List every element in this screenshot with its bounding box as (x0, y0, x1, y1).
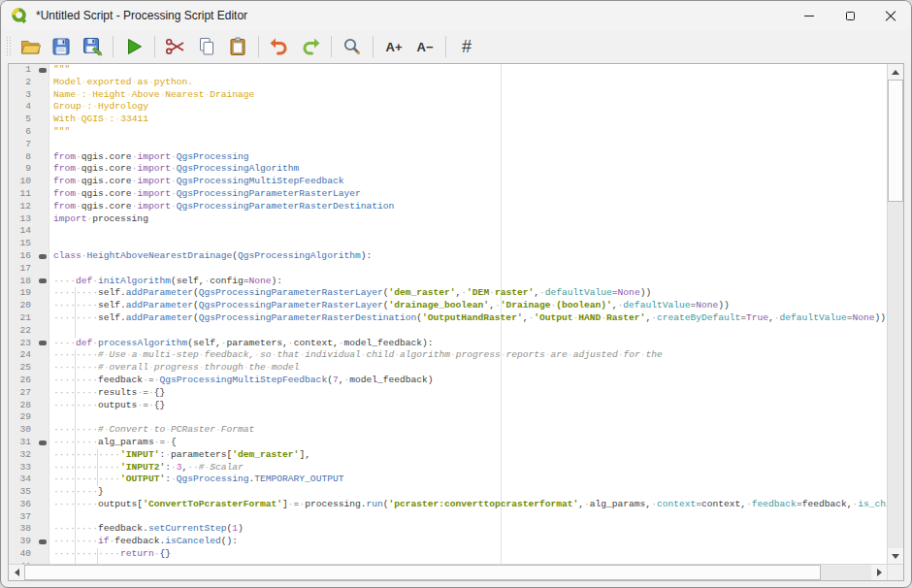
vertical-scroll-track[interactable] (888, 80, 903, 548)
code-text[interactable]: ········self.addParameter(QgsProcessingP… (49, 287, 887, 300)
fold-collapse-icon[interactable] (39, 539, 47, 544)
save-script-as-button[interactable] (78, 33, 107, 60)
code-line[interactable]: 31········alg_params·=·{ (9, 437, 887, 449)
code-line[interactable]: 11from·qgis.core·import·QgsProcessingPar… (9, 188, 887, 201)
code-text[interactable]: ········feedback·=·QgsProcessingMultiSte… (49, 375, 887, 387)
fold-margin[interactable] (36, 64, 49, 77)
fold-collapse-icon[interactable] (39, 441, 47, 445)
code-line[interactable]: 37 (9, 511, 887, 524)
code-line[interactable]: 38········feedback.setCurrentStep(1) (9, 523, 887, 536)
code-text[interactable]: import·processing (49, 213, 887, 226)
code-line[interactable]: 16class·HeightAboveNearestDrainage(QgsPr… (9, 250, 887, 263)
code-line[interactable]: 14 (9, 225, 887, 238)
code-text[interactable]: With·QGIS·:·33411 (49, 114, 887, 126)
code-line[interactable]: 34············'OUTPUT':·QgsProcessing.TE… (9, 474, 887, 486)
run-script-button[interactable] (119, 33, 148, 60)
code-line[interactable]: 18····def·initAlgorithm(self,·config=Non… (9, 276, 887, 288)
code-text[interactable]: Name·:·Height·Above·Nearest·Drainage (49, 89, 887, 102)
horizontal-scrollbar[interactable] (9, 565, 887, 580)
code-line[interactable]: 25········#·overall·progress·through·the… (9, 362, 887, 375)
code-text[interactable]: ········#·Use·a·multi-step·feedback,·so·… (49, 349, 887, 362)
code-line[interactable]: 35········} (9, 486, 887, 499)
code-line[interactable]: 10from·qgis.core·import·QgsProcessingMul… (9, 176, 887, 188)
qgis-app-icon[interactable] (11, 7, 28, 24)
code-line[interactable]: 26········feedback·=·QgsProcessingMultiS… (9, 375, 887, 387)
cut-button[interactable] (161, 33, 190, 60)
code-text[interactable] (49, 238, 887, 250)
code-line[interactable]: 4Group·:·Hydrology (9, 101, 887, 114)
fold-collapse-icon[interactable] (39, 341, 47, 345)
code-text[interactable] (49, 225, 887, 238)
code-line[interactable]: 1""" (9, 64, 887, 77)
scroll-up-button[interactable] (888, 64, 903, 80)
vertical-scrollbar[interactable] (887, 64, 903, 564)
minimize-button[interactable] (789, 1, 830, 30)
fold-margin[interactable] (36, 276, 49, 288)
save-script-button[interactable] (47, 33, 76, 60)
code-line[interactable]: 28········outputs·=·{} (9, 400, 887, 412)
code-text[interactable] (49, 263, 887, 276)
code-line[interactable]: 24········#·Use·a·multi-step·feedback,·s… (9, 349, 887, 362)
scroll-right-button[interactable] (871, 565, 887, 580)
code-line[interactable]: 7 (9, 139, 887, 151)
code-text[interactable]: ········if·feedback.isCanceled(): (49, 536, 887, 548)
code-text[interactable] (49, 511, 887, 524)
code-text[interactable]: """ (49, 64, 887, 77)
code-text[interactable]: from·qgis.core·import·QgsProcessingAlgor… (49, 163, 887, 176)
code-text[interactable]: from·qgis.core·import·QgsProcessingMulti… (49, 176, 887, 188)
code-line[interactable]: 36········outputs['ConvertToPcrasterForm… (9, 499, 887, 511)
code-line[interactable]: 5With·QGIS·:·33411 (9, 114, 887, 126)
vertical-scrollbar-thumb[interactable] (888, 80, 903, 202)
code-text[interactable]: ············'INPUT2':·3,··#·Scalar (49, 462, 887, 474)
fold-collapse-icon[interactable] (39, 254, 47, 259)
fold-collapse-icon[interactable] (39, 278, 47, 283)
horizontal-scrollbar-thumb[interactable] (24, 565, 821, 580)
increase-font-size-button[interactable]: A+ (379, 33, 408, 60)
code-line[interactable]: 8from·qgis.core·import·QgsProcessing (9, 151, 887, 164)
code-text[interactable]: class·HeightAboveNearestDrainage(QgsProc… (49, 250, 887, 263)
scroll-down-button[interactable] (888, 548, 903, 564)
code-line[interactable]: 19········self.addParameter(QgsProcessin… (9, 287, 887, 300)
code-line[interactable]: 2Model·exported·as·python. (9, 77, 887, 89)
code-line[interactable]: 29 (9, 411, 887, 424)
toggle-comment-button[interactable]: # (452, 33, 481, 60)
paste-button[interactable] (223, 33, 252, 60)
code-text[interactable]: ············return·{} (49, 548, 887, 561)
code-line[interactable]: 6""" (9, 126, 887, 139)
code-text[interactable]: Model·exported·as·python. (49, 77, 887, 89)
code-text[interactable]: from·qgis.core·import·QgsProcessingParam… (49, 201, 887, 213)
fold-margin[interactable] (36, 536, 49, 548)
toolbar-drag-handle[interactable] (6, 36, 11, 57)
copy-button[interactable] (192, 33, 221, 60)
code-text[interactable]: ····def·initAlgorithm(self,·config=None)… (49, 276, 887, 288)
code-text[interactable]: from·qgis.core·import·QgsProcessingParam… (49, 188, 887, 201)
code-text[interactable]: """ (49, 126, 887, 139)
undo-button[interactable] (265, 33, 294, 60)
code-viewport[interactable]: 1"""2Model·exported·as·python.3Name·:·He… (9, 64, 887, 564)
code-text[interactable]: ········#·overall·progress·through·the·m… (49, 362, 887, 375)
code-text[interactable]: ········} (49, 486, 887, 499)
code-text[interactable] (49, 411, 887, 424)
code-text[interactable]: ········outputs['ConvertToPcrasterFormat… (49, 499, 887, 511)
code-line[interactable]: 27········results·=·{} (9, 387, 887, 400)
code-text[interactable]: ········outputs·=·{} (49, 400, 887, 412)
code-text[interactable]: ····def·processAlgorithm(self,·parameter… (49, 338, 887, 350)
code-line[interactable]: 33············'INPUT2':·3,··#·Scalar (9, 462, 887, 474)
code-text[interactable] (49, 139, 887, 151)
close-button[interactable] (870, 1, 911, 30)
code-text[interactable] (49, 561, 887, 564)
code-line[interactable]: 30········#·Convert·to·PCRaster·Format (9, 424, 887, 437)
redo-button[interactable] (296, 33, 325, 60)
code-line[interactable]: 17 (9, 263, 887, 276)
code-line[interactable]: 9from·qgis.core·import·QgsProcessingAlgo… (9, 163, 887, 176)
code-text[interactable]: ········feedback.setCurrentStep(1) (49, 523, 887, 536)
code-text[interactable]: Group·:·Hydrology (49, 101, 887, 114)
code-line[interactable]: 22 (9, 325, 887, 338)
code-text[interactable]: ········results·=·{} (49, 387, 887, 400)
code-line[interactable]: 13import·processing (9, 213, 887, 226)
open-script-button[interactable] (16, 33, 45, 60)
code-line[interactable]: 20········self.addParameter(QgsProcessin… (9, 300, 887, 312)
fold-margin[interactable] (36, 437, 49, 449)
scroll-left-button[interactable] (9, 565, 24, 580)
code-text[interactable]: ········self.addParameter(QgsProcessingP… (49, 312, 887, 325)
